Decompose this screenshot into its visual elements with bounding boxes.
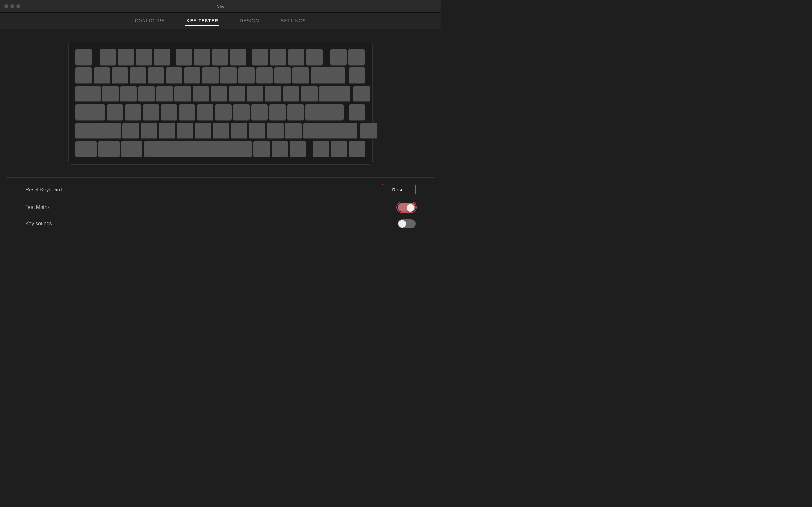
reset-keyboard-row: Reset Keyboard Reset bbox=[26, 184, 415, 195]
key-home[interactable] bbox=[349, 67, 365, 84]
key-e[interactable] bbox=[138, 86, 155, 102]
key-right[interactable] bbox=[349, 141, 365, 158]
key-l[interactable] bbox=[251, 104, 268, 121]
key-rshift[interactable] bbox=[303, 123, 357, 139]
app-title: VIA bbox=[217, 4, 224, 9]
key-m[interactable] bbox=[231, 123, 247, 139]
nav-key-tester[interactable]: KEY TESTER bbox=[185, 16, 219, 26]
close-button[interactable] bbox=[4, 4, 8, 8]
key-u[interactable] bbox=[211, 86, 227, 102]
key-f[interactable] bbox=[161, 104, 177, 121]
key-rctrl[interactable] bbox=[290, 141, 306, 158]
key-i[interactable] bbox=[229, 86, 245, 102]
key-caps[interactable] bbox=[75, 104, 105, 121]
key-tab[interactable] bbox=[75, 86, 101, 102]
key-esc[interactable] bbox=[75, 49, 92, 66]
key-w[interactable] bbox=[120, 86, 137, 102]
bottom-panel: Reset Keyboard Reset Test Matrix Key sou… bbox=[6, 177, 435, 234]
minimize-button[interactable] bbox=[10, 4, 14, 8]
key-pgdn[interactable] bbox=[349, 104, 365, 121]
key-comma[interactable] bbox=[249, 123, 265, 139]
key-8[interactable] bbox=[220, 67, 237, 84]
key-lwin[interactable] bbox=[98, 141, 119, 158]
key-o[interactable] bbox=[247, 86, 263, 102]
key-x[interactable] bbox=[141, 123, 157, 139]
key-s[interactable] bbox=[125, 104, 141, 121]
key-f9[interactable] bbox=[252, 49, 268, 66]
key-rbracket[interactable] bbox=[301, 86, 317, 102]
key-enter[interactable] bbox=[305, 104, 344, 121]
key-ralt[interactable] bbox=[253, 141, 270, 158]
key-d[interactable] bbox=[143, 104, 159, 121]
key-f5[interactable] bbox=[176, 49, 192, 66]
key-t[interactable] bbox=[174, 86, 191, 102]
nav-design[interactable]: DESIGN bbox=[239, 16, 260, 26]
key-f1[interactable] bbox=[100, 49, 116, 66]
key-up[interactable] bbox=[360, 123, 377, 139]
key-period[interactable] bbox=[267, 123, 284, 139]
key-lshift[interactable] bbox=[75, 123, 121, 139]
key-lctrl[interactable] bbox=[75, 141, 97, 158]
key-f7[interactable] bbox=[212, 49, 229, 66]
key-fn[interactable] bbox=[271, 141, 288, 158]
key-r[interactable] bbox=[156, 86, 173, 102]
nav-bar: CONFIGURE KEY TESTER DESIGN SETTINGS bbox=[0, 13, 441, 29]
key-f11[interactable] bbox=[288, 49, 305, 66]
key-space[interactable] bbox=[144, 141, 252, 158]
key-5[interactable] bbox=[166, 67, 183, 84]
key-pgup[interactable] bbox=[353, 86, 370, 102]
key-k[interactable] bbox=[233, 104, 250, 121]
key-n[interactable] bbox=[213, 123, 229, 139]
key-g[interactable] bbox=[179, 104, 195, 121]
key-f3[interactable] bbox=[136, 49, 152, 66]
key-b[interactable] bbox=[195, 123, 211, 139]
key-sounds-label: Key sounds bbox=[26, 221, 52, 227]
key-quote[interactable] bbox=[287, 104, 304, 121]
key-v[interactable] bbox=[177, 123, 193, 139]
key-h[interactable] bbox=[197, 104, 213, 121]
key-slash[interactable] bbox=[285, 123, 302, 139]
key-sounds-toggle[interactable] bbox=[398, 219, 415, 228]
key-f12[interactable] bbox=[306, 49, 322, 66]
reset-button[interactable]: Reset bbox=[382, 184, 415, 195]
key-p[interactable] bbox=[265, 86, 281, 102]
key-minus[interactable] bbox=[274, 67, 291, 84]
key-2[interactable] bbox=[112, 67, 128, 84]
key-6[interactable] bbox=[184, 67, 200, 84]
nav-configure[interactable]: CONFIGURE bbox=[134, 16, 166, 26]
key-equals[interactable] bbox=[293, 67, 309, 84]
main-content: Reset Keyboard Reset Test Matrix Key sou… bbox=[0, 29, 441, 234]
key-a[interactable] bbox=[107, 104, 123, 121]
key-backspace[interactable] bbox=[310, 67, 345, 84]
nav-settings[interactable]: SETTINGS bbox=[280, 16, 307, 26]
key-semicolon[interactable] bbox=[269, 104, 286, 121]
key-left[interactable] bbox=[313, 141, 329, 158]
key-f10[interactable] bbox=[270, 49, 287, 66]
key-9[interactable] bbox=[238, 67, 255, 84]
key-y[interactable] bbox=[193, 86, 209, 102]
key-backslash[interactable] bbox=[319, 86, 350, 102]
key-z[interactable] bbox=[122, 123, 139, 139]
key-f4[interactable] bbox=[154, 49, 170, 66]
key-f6[interactable] bbox=[194, 49, 210, 66]
key-f8[interactable] bbox=[230, 49, 247, 66]
key-1[interactable] bbox=[94, 67, 110, 84]
key-prtsc[interactable] bbox=[330, 49, 347, 66]
key-0[interactable] bbox=[256, 67, 273, 84]
key-j[interactable] bbox=[215, 104, 232, 121]
key-down[interactable] bbox=[331, 141, 347, 158]
test-matrix-toggle[interactable] bbox=[398, 203, 415, 212]
key-q[interactable] bbox=[102, 86, 119, 102]
key-f2[interactable] bbox=[118, 49, 134, 66]
key-del[interactable] bbox=[348, 49, 365, 66]
key-7[interactable] bbox=[202, 67, 218, 84]
title-bar: VIA bbox=[0, 0, 441, 13]
test-matrix-row: Test Matrix bbox=[26, 203, 415, 212]
key-4[interactable] bbox=[148, 67, 164, 84]
key-c[interactable] bbox=[159, 123, 175, 139]
key-lbracket[interactable] bbox=[283, 86, 299, 102]
maximize-button[interactable] bbox=[16, 4, 20, 8]
key-3[interactable] bbox=[130, 67, 146, 84]
key-lalt[interactable] bbox=[121, 141, 142, 158]
key-backtick[interactable] bbox=[75, 67, 92, 84]
